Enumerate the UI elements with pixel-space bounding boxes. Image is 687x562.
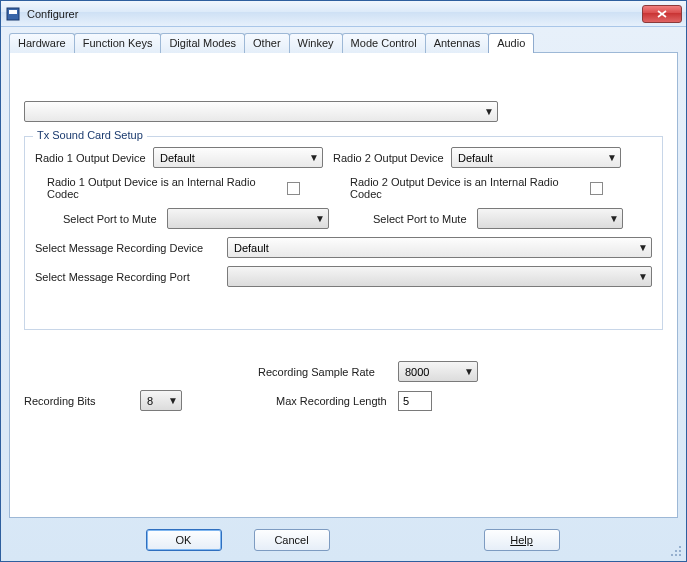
msg-rec-device-value: Default [234, 242, 269, 254]
chevron-down-icon: ▼ [484, 106, 494, 117]
chevron-down-icon: ▼ [168, 395, 178, 406]
radio1-output-device[interactable]: Default ▼ [153, 147, 323, 168]
app-icon [5, 6, 21, 22]
svg-rect-7 [671, 554, 673, 556]
ok-button[interactable]: OK [146, 529, 222, 551]
port-mute-right[interactable]: ▼ [477, 208, 623, 229]
tab-other[interactable]: Other [244, 33, 290, 53]
tab-audio[interactable]: Audio [488, 33, 534, 53]
titlebar: Configurer [1, 1, 686, 27]
msg-rec-port-label: Select Message Recording Port [35, 271, 227, 283]
top-dropdown[interactable]: ▼ [24, 101, 498, 122]
msg-rec-device-label: Select Message Recording Device [35, 242, 227, 254]
chevron-down-icon: ▼ [315, 213, 325, 224]
tab-function-keys[interactable]: Function Keys [74, 33, 162, 53]
tabpanel-audio: ▼ Tx Sound Card Setup Radio 1 Output Dev… [9, 52, 678, 518]
sample-rate-value: 8000 [405, 366, 429, 378]
msg-rec-port[interactable]: ▼ [227, 266, 652, 287]
svg-rect-5 [675, 550, 677, 552]
chevron-down-icon: ▼ [464, 366, 474, 377]
radio1-output-label: Radio 1 Output Device [35, 152, 153, 164]
radio2-output-label: Radio 2 Output Device [333, 152, 451, 164]
radio2-output-value: Default [458, 152, 493, 164]
port-mute-label-left: Select Port to Mute [63, 213, 167, 225]
tab-antennas[interactable]: Antennas [425, 33, 489, 53]
dialog-buttons: OK Cancel Help [1, 529, 686, 551]
group-legend: Tx Sound Card Setup [33, 129, 147, 141]
tab-winkey[interactable]: Winkey [289, 33, 343, 53]
svg-rect-8 [675, 554, 677, 556]
svg-rect-4 [679, 546, 681, 548]
port-mute-left[interactable]: ▼ [167, 208, 329, 229]
sample-rate-label: Recording Sample Rate [258, 366, 398, 378]
chevron-down-icon: ▼ [638, 242, 648, 253]
group-tx-sound-card: Tx Sound Card Setup Radio 1 Output Devic… [24, 136, 663, 330]
help-button[interactable]: Help [484, 529, 560, 551]
window-title: Configurer [27, 8, 78, 20]
radio2-codec-label: Radio 2 Output Device is an Internal Rad… [350, 176, 590, 200]
client-area: Hardware Function Keys Digital Modes Oth… [1, 27, 686, 561]
radio1-output-value: Default [160, 152, 195, 164]
msg-rec-device[interactable]: Default ▼ [227, 237, 652, 258]
tab-hardware[interactable]: Hardware [9, 33, 75, 53]
radio2-codec-checkbox[interactable] [590, 182, 603, 195]
max-length-label: Max Recording Length [276, 395, 398, 407]
svg-rect-6 [679, 550, 681, 552]
radio2-output-device[interactable]: Default ▼ [451, 147, 621, 168]
chevron-down-icon: ▼ [607, 152, 617, 163]
chevron-down-icon: ▼ [609, 213, 619, 224]
tab-digital-modes[interactable]: Digital Modes [160, 33, 245, 53]
chevron-down-icon: ▼ [309, 152, 319, 163]
radio1-codec-checkbox[interactable] [287, 182, 300, 195]
port-mute-label-right: Select Port to Mute [373, 213, 477, 225]
tabstrip: Hardware Function Keys Digital Modes Oth… [9, 33, 678, 53]
svg-rect-9 [679, 554, 681, 556]
close-button[interactable] [642, 5, 682, 23]
recording-bits-dropdown[interactable]: 8 ▼ [140, 390, 182, 411]
resize-grip-icon[interactable] [669, 544, 683, 558]
cancel-button[interactable]: Cancel [254, 529, 330, 551]
chevron-down-icon: ▼ [638, 271, 648, 282]
radio1-codec-label: Radio 1 Output Device is an Internal Rad… [47, 176, 287, 200]
svg-rect-1 [9, 10, 17, 14]
tab-mode-control[interactable]: Mode Control [342, 33, 426, 53]
recording-bits-value: 8 [147, 395, 153, 407]
sample-rate-dropdown[interactable]: 8000 ▼ [398, 361, 478, 382]
recording-bits-label: Recording Bits [24, 395, 140, 407]
close-icon [657, 10, 667, 18]
window-frame: Configurer Hardware Function Keys Digita… [0, 0, 687, 562]
max-length-field[interactable] [398, 391, 432, 411]
